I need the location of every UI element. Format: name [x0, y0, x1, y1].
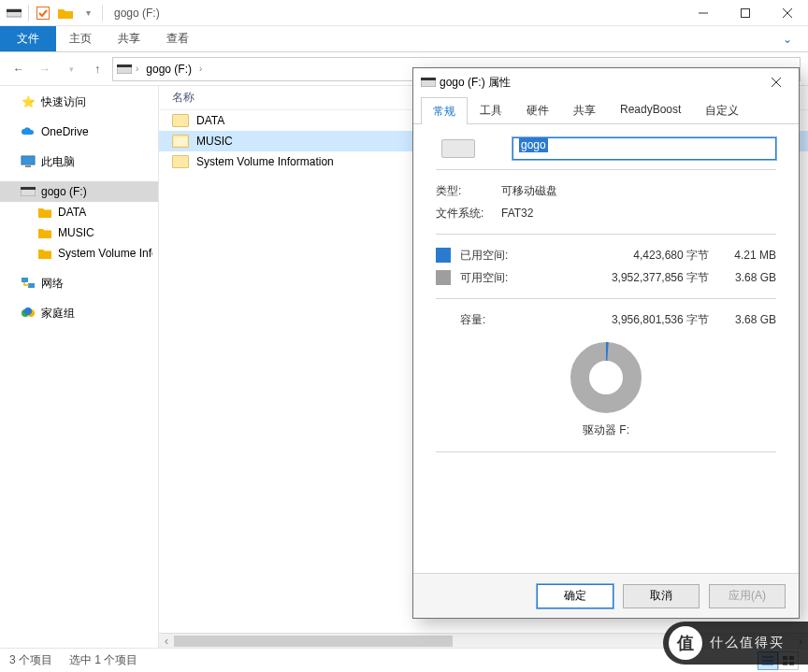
tree-drive-gogo[interactable]: gogo (F:)	[0, 181, 158, 202]
scroll-left-icon[interactable]: ‹	[159, 634, 174, 649]
back-button[interactable]: ←	[7, 58, 30, 80]
tab-view[interactable]: 查看	[153, 26, 202, 51]
maximize-button[interactable]	[724, 0, 766, 26]
properties-checkbox-icon[interactable]	[33, 3, 53, 23]
recent-dropdown-icon[interactable]: ▾	[60, 58, 82, 80]
quick-access-toolbar: ▾	[0, 3, 108, 23]
navigation-tree: ⭐快速访问 OneDrive 此电脑 gogo (F:) DATA MUSIC …	[0, 86, 159, 648]
svg-rect-13	[22, 278, 28, 282]
tab-customize[interactable]: 自定义	[693, 96, 751, 123]
tab-sharing[interactable]: 共享	[561, 96, 608, 123]
type-label: 类型:	[436, 183, 501, 199]
tree-this-pc[interactable]: 此电脑	[0, 151, 158, 172]
item-name: System Volume Information	[196, 155, 334, 168]
ok-button[interactable]: 确定	[537, 584, 613, 608]
usage-donut	[436, 331, 776, 422]
folder-icon	[37, 225, 52, 240]
cancel-button[interactable]: 取消	[623, 584, 700, 608]
filesystem-label: 文件系统:	[436, 206, 501, 222]
drive-icon	[4, 3, 24, 23]
capacity-bytes: 3,956,801,536 字节	[580, 312, 720, 328]
type-value: 可移动磁盘	[501, 183, 557, 199]
free-swatch-icon	[436, 270, 451, 285]
tab-tools[interactable]: 工具	[468, 96, 514, 123]
dialog-buttons: 确定 取消 应用(A)	[413, 573, 799, 618]
minimize-button[interactable]	[682, 0, 724, 26]
dialog-tabs: 常规 工具 硬件 共享 ReadyBoost 自定义	[413, 96, 799, 124]
tree-label: 此电脑	[41, 154, 75, 170]
ribbon-tabs: 文件 主页 共享 查看 ⌄	[0, 26, 808, 52]
tree-label: 快速访问	[41, 94, 86, 110]
tree-quick-access[interactable]: ⭐快速访问	[0, 92, 158, 112]
svg-rect-26	[421, 78, 436, 80]
status-selected: 选中 1 个项目	[69, 652, 137, 668]
network-icon	[21, 276, 36, 291]
dialog-body: gogo 类型:可移动磁盘 文件系统:FAT32 已用空间: 4,423,680…	[413, 124, 799, 573]
drive-name-value: gogo	[519, 137, 548, 152]
ribbon-expand-icon[interactable]: ⌄	[767, 26, 808, 51]
tree-label: MUSIC	[58, 226, 94, 239]
breadcrumb[interactable]: gogo (F:)	[142, 63, 195, 76]
svg-rect-10	[25, 165, 31, 167]
chevron-right-icon[interactable]: ›	[136, 64, 138, 74]
folder-open-icon	[172, 135, 189, 148]
tab-hardware[interactable]: 硬件	[514, 96, 561, 123]
folder-icon	[37, 246, 52, 261]
capacity-label: 容量:	[460, 312, 485, 328]
chevron-right-icon[interactable]: ›	[199, 64, 202, 74]
tree-label: System Volume Information	[58, 247, 152, 260]
tree-label: 网络	[41, 276, 64, 292]
used-human: 4.21 MB	[720, 249, 776, 262]
dialog-title: gogo (F:) 属性	[436, 75, 761, 91]
star-icon: ⭐	[21, 94, 36, 109]
free-bytes: 3,952,377,856 字节	[580, 270, 720, 286]
drive-caption: 驱动器 F:	[436, 422, 776, 442]
folder-qat-icon[interactable]	[55, 3, 76, 23]
dialog-titlebar[interactable]: gogo (F:) 属性	[413, 68, 799, 96]
filesystem-value: FAT32	[501, 207, 533, 220]
svg-point-17	[24, 307, 32, 315]
close-button[interactable]	[766, 0, 808, 26]
svg-rect-2	[37, 7, 50, 19]
tree-label: OneDrive	[41, 125, 89, 138]
scroll-thumb[interactable]	[174, 636, 453, 647]
drive-name-input[interactable]: gogo	[512, 137, 776, 160]
used-bytes: 4,423,680 字节	[580, 248, 720, 264]
svg-rect-14	[28, 283, 35, 288]
free-label: 可用空间:	[460, 270, 508, 286]
tab-share[interactable]: 共享	[105, 26, 153, 51]
drive-icon	[421, 75, 436, 90]
up-button[interactable]: ↑	[86, 58, 108, 80]
apply-button[interactable]: 应用(A)	[709, 584, 786, 608]
forward-button[interactable]: →	[34, 58, 56, 80]
svg-rect-4	[741, 8, 749, 17]
tree-homegroup[interactable]: 家庭组	[0, 303, 158, 323]
file-tab[interactable]: 文件	[0, 26, 56, 51]
dialog-close-button[interactable]	[761, 72, 791, 93]
tree-onedrive[interactable]: OneDrive	[0, 122, 158, 142]
drive-icon	[117, 62, 132, 77]
cloud-icon	[21, 124, 36, 139]
qat-dropdown-icon[interactable]: ▾	[78, 3, 98, 23]
drive-icon	[21, 184, 36, 199]
tree-folder-music[interactable]: MUSIC	[0, 222, 158, 243]
tab-home[interactable]: 主页	[56, 26, 105, 51]
capacity-human: 3.68 GB	[720, 313, 776, 326]
folder-icon	[172, 114, 189, 127]
watermark: 值 什么值得买	[663, 622, 808, 665]
watermark-text: 什么值得买	[710, 635, 785, 651]
homegroup-icon	[21, 306, 36, 321]
tree-label: DATA	[58, 206, 86, 219]
svg-rect-1	[7, 9, 22, 12]
tab-general[interactable]: 常规	[421, 97, 468, 124]
tree-folder-data[interactable]: DATA	[0, 202, 158, 222]
tree-folder-svi[interactable]: System Volume Information	[0, 243, 158, 264]
item-name: DATA	[196, 114, 224, 127]
watermark-badge-icon: 值	[669, 626, 702, 660]
tree-network[interactable]: 网络	[0, 273, 158, 293]
item-name: MUSIC	[196, 135, 233, 148]
tab-readyboost[interactable]: ReadyBoost	[608, 96, 693, 123]
free-human: 3.68 GB	[720, 271, 776, 284]
svg-rect-8	[117, 64, 132, 67]
drive-large-icon	[441, 139, 475, 158]
